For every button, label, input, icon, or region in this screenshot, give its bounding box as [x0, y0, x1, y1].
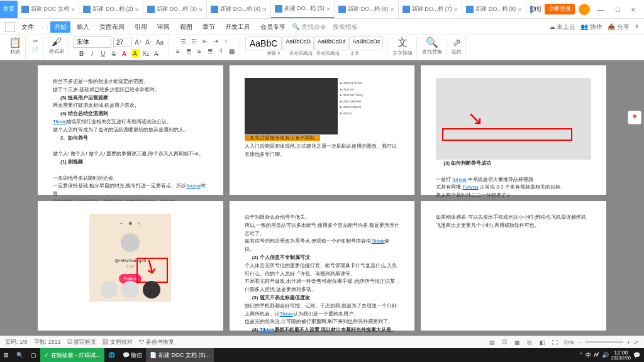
tab-5[interactable]: 新建 DO...档 (5)× — [271, 1, 335, 18]
tab-2[interactable]: 新建 DO...档 (2)× — [79, 1, 143, 18]
align-right-icon[interactable]: ≡ — [195, 47, 204, 55]
close-button[interactable]: × — [628, 6, 639, 13]
bold-icon[interactable]: B — [77, 49, 86, 58]
link[interactable]: Foryou — [463, 184, 479, 190]
underline-icon[interactable]: U — [99, 49, 108, 58]
home-tab[interactable]: 首页 — [0, 1, 18, 18]
menu-insert[interactable]: 插入 — [73, 21, 93, 33]
word-count[interactable]: 字数: 1511 — [34, 338, 61, 346]
shading-icon[interactable]: ▦ — [227, 47, 236, 55]
font-color-icon[interactable]: A — [120, 49, 129, 58]
login-button[interactable]: 立即登录 — [545, 4, 575, 14]
document-area[interactable]: 📍 00:48 粉丝不多还是一般的创业才能搞定的范围、 据于十三岁,基础就已经多… — [0, 60, 644, 336]
clear-icon[interactable]: A̶ — [152, 49, 161, 58]
indent-inc-icon[interactable]: ⇥ — [211, 36, 220, 45]
sub-icon[interactable]: X₂ — [142, 49, 150, 58]
tray-ime-icon[interactable]: 中 — [586, 351, 591, 359]
file-menu[interactable]: 文件 — [18, 21, 38, 33]
sort-icon[interactable]: ↕ — [222, 36, 231, 45]
minimize-button[interactable]: — — [594, 6, 608, 13]
link[interactable]: Tiktok — [53, 119, 66, 124]
find-icon[interactable]: 🔍 — [426, 36, 438, 48]
spellcheck-toggle[interactable]: ☑ 拼写检查 — [67, 338, 97, 346]
style-3[interactable]: AaBbCcDd — [314, 36, 349, 50]
task-wps[interactable]: 📄 新建 DOC 文档 (5)... — [146, 348, 214, 362]
search-button[interactable]: 🔍 — [13, 348, 27, 362]
expand-icon[interactable]: ⤢ — [634, 339, 639, 346]
zoom-out-button[interactable]: − — [578, 339, 581, 346]
tab-3[interactable]: 新建 DO...档 (3)× — [143, 1, 207, 18]
menu-ref[interactable]: 引用 — [131, 21, 151, 33]
bullets-icon[interactable]: ☰ — [179, 36, 188, 45]
clock-time[interactable]: 12:00 — [611, 350, 631, 356]
maximize-button[interactable]: □ — [612, 6, 624, 13]
style-4[interactable]: AaBbCcDc — [349, 36, 383, 50]
search-hint[interactable]: 🔍 查找命令、搜索模板 — [292, 23, 358, 31]
tray-power-icon[interactable]: 🗲 — [594, 352, 599, 358]
taskview-button[interactable]: ▢ — [27, 348, 40, 362]
align-center-icon[interactable]: ≣ — [184, 47, 193, 55]
close-icon[interactable]: × — [518, 6, 521, 13]
view-mode-4-icon[interactable]: ⊞ — [525, 338, 534, 347]
fullscreen-icon[interactable]: ⛶ — [550, 338, 559, 347]
tab-1[interactable]: 新建 DOC 文档× — [18, 1, 79, 18]
link[interactable]: foryou — [186, 183, 200, 189]
numbering-icon[interactable]: ☷ — [190, 36, 199, 45]
size-select[interactable]: 27 — [113, 38, 132, 47]
grow-font-icon[interactable]: A⁺ — [134, 38, 143, 47]
menu-dev[interactable]: 开发工具 — [221, 21, 254, 33]
format-painter-icon[interactable]: 🖌 — [52, 36, 62, 48]
tab-4[interactable]: 新建 DO...档 (4)× — [207, 1, 270, 18]
style-1[interactable]: AaBbC — [245, 36, 282, 50]
close-icon[interactable]: × — [454, 6, 458, 13]
cloud-status[interactable]: ☁ 未上云 — [549, 23, 576, 31]
font-select[interactable]: 宋体 — [74, 36, 111, 48]
italic-icon[interactable]: I — [88, 49, 97, 58]
menu-review[interactable]: 审阅 — [153, 21, 174, 33]
backup-button[interactable]: 🛡 备份与恢复 — [139, 338, 175, 346]
proofread-button[interactable]: ▦ 文档校对 — [103, 338, 133, 346]
case-icon[interactable]: Aa — [155, 38, 164, 47]
highlight-icon[interactable]: A — [131, 49, 140, 58]
menu-layout[interactable]: 页面布局 — [96, 21, 128, 33]
start-button[interactable]: ⊞ — [0, 348, 13, 362]
view-mode-1-icon[interactable]: ▤ — [487, 338, 496, 347]
task-chrome[interactable]: 🌐 — [104, 348, 119, 362]
line-spacing-icon[interactable]: ⫴ — [216, 47, 225, 55]
close-icon[interactable]: × — [262, 6, 266, 13]
link[interactable]: Tiktok — [260, 327, 274, 332]
align-left-icon[interactable]: ≡ — [174, 47, 182, 55]
view-mode-5-icon[interactable]: ◧ — [538, 338, 547, 347]
copy-icon[interactable]: 📄 — [31, 45, 40, 54]
close-icon[interactable]: × — [71, 6, 75, 13]
strike-icon[interactable]: S̶ — [109, 49, 118, 58]
zoom-label[interactable]: 70% — [563, 339, 574, 346]
tab-9[interactable]: 新建 DO...档 (9)× — [526, 1, 532, 18]
close-icon[interactable]: × — [135, 6, 138, 13]
close-icon[interactable]: × — [199, 6, 203, 13]
style-gallery[interactable]: AaBbC AaBbCcD AaBbCcDd AaBbCcDc — [245, 36, 383, 50]
collab-button[interactable]: 👥 协作 — [580, 23, 602, 31]
tray-up-icon[interactable]: ˄ — [580, 352, 583, 358]
page-indicator[interactable]: 页码: 1/6 — [5, 338, 28, 346]
link[interactable]: Tiktok — [280, 311, 293, 317]
menu-caret[interactable]: ∧ — [635, 23, 639, 31]
menu-member[interactable]: 会员专享 — [257, 21, 289, 33]
menu-section[interactable]: 章节 — [199, 21, 219, 33]
zoom-slider[interactable] — [586, 341, 623, 343]
paste-icon[interactable]: 📋 — [9, 36, 21, 48]
view-mode-3-icon[interactable]: ▦ — [513, 338, 521, 347]
task-app-1[interactable]: ✓在输徒拨 - 灯稿城... — [40, 348, 104, 362]
share-button[interactable]: 📤 分享 — [608, 23, 630, 31]
avatar[interactable] — [579, 4, 590, 15]
menu-start[interactable]: 开始 — [50, 21, 70, 33]
link[interactable]: foryou — [453, 177, 467, 182]
indent-dec-icon[interactable]: ⇤ — [201, 36, 209, 45]
justify-icon[interactable]: ≣ — [206, 47, 214, 55]
link[interactable]: Tiktok — [371, 238, 384, 244]
side-panel-button[interactable]: 📍 — [628, 111, 641, 124]
select-icon[interactable]: ⬀ — [453, 36, 461, 48]
text-tools-icon[interactable]: 文 — [397, 36, 408, 50]
cut-icon[interactable]: ✂ — [31, 36, 40, 45]
close-icon[interactable]: × — [326, 5, 330, 13]
